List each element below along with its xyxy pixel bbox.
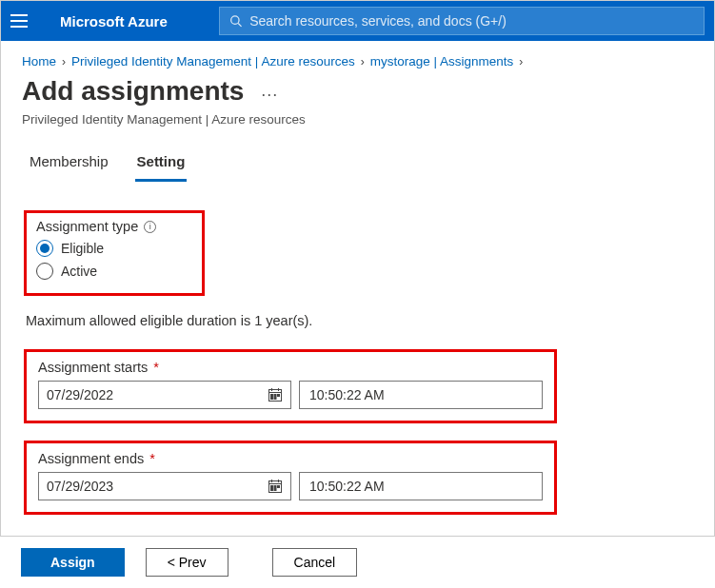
assignment-ends-group: Assignment ends * 07/29/2023 1 <box>24 441 557 515</box>
assignment-type-label: Assignment type <box>36 219 138 234</box>
required-asterisk: * <box>153 360 159 375</box>
more-icon[interactable]: ··· <box>261 85 278 104</box>
prev-button[interactable]: < Prev <box>146 548 228 577</box>
svg-rect-10 <box>274 398 276 400</box>
chevron-right-icon: › <box>519 55 523 69</box>
brand: Microsoft Azure <box>60 13 168 29</box>
radio-active-label: Active <box>61 264 97 279</box>
page-subtitle: Privileged Identity Management | Azure r… <box>1 110 714 138</box>
assign-button[interactable]: Assign <box>21 548 125 577</box>
svg-rect-18 <box>271 489 273 491</box>
search-icon <box>229 14 242 28</box>
page-header: Add assignments ··· <box>1 74 714 110</box>
hamburger-icon[interactable] <box>10 11 30 30</box>
svg-rect-15 <box>271 486 273 488</box>
ends-inputs: 07/29/2023 10:50:22 AM <box>38 472 543 500</box>
radio-eligible[interactable]: Eligible <box>36 240 192 257</box>
svg-rect-8 <box>278 395 280 397</box>
crumb-home[interactable]: Home <box>22 54 56 69</box>
cancel-button[interactable]: Cancel <box>272 548 358 577</box>
calendar-icon <box>268 387 283 402</box>
radio-icon <box>36 240 53 257</box>
page-title: Add assignments <box>22 76 244 107</box>
end-time-input[interactable]: 10:50:22 AM <box>299 472 543 500</box>
svg-rect-19 <box>274 489 276 491</box>
required-asterisk: * <box>149 451 155 466</box>
assignment-starts-group: Assignment starts * 07/29/2022 <box>24 349 557 423</box>
svg-rect-7 <box>274 395 276 397</box>
ends-label: Assignment ends <box>38 451 144 466</box>
assignment-type-label-row: Assignment type i <box>36 219 192 234</box>
end-date-input[interactable]: 07/29/2023 <box>38 472 291 500</box>
start-time-value: 10:50:22 AM <box>309 387 385 402</box>
azure-topbar: Microsoft Azure <box>1 1 714 41</box>
svg-rect-9 <box>271 398 273 400</box>
tab-setting[interactable]: Setting <box>135 147 188 182</box>
radio-active[interactable]: Active <box>36 263 192 280</box>
form-area: Assignment type i Eligible Active Maximu… <box>1 182 714 541</box>
tabs: Membership Setting <box>1 138 714 182</box>
crumb-pim[interactable]: Privileged Identity Management | Azure r… <box>71 54 355 69</box>
tab-membership[interactable]: Membership <box>28 147 110 182</box>
svg-point-0 <box>230 16 238 24</box>
global-search[interactable] <box>219 7 705 35</box>
end-time-value: 10:50:22 AM <box>309 479 385 494</box>
chevron-right-icon: › <box>361 55 365 69</box>
start-date-input[interactable]: 07/29/2022 <box>38 381 291 409</box>
start-date-value: 07/29/2022 <box>47 387 113 402</box>
info-icon[interactable]: i <box>144 221 156 233</box>
end-date-value: 07/29/2023 <box>47 479 113 494</box>
svg-rect-6 <box>271 395 273 397</box>
svg-rect-17 <box>278 486 280 488</box>
calendar-icon <box>268 479 283 494</box>
starts-inputs: 07/29/2022 10:50:22 AM <box>38 381 543 409</box>
svg-line-1 <box>238 24 241 27</box>
footer-bar: Assign < Prev Cancel <box>0 536 715 588</box>
duration-hint: Maximum allowed eligible duration is 1 y… <box>26 313 689 328</box>
ends-label-row: Assignment ends * <box>38 451 543 466</box>
radio-eligible-label: Eligible <box>61 241 104 256</box>
chevron-right-icon: › <box>62 55 66 69</box>
start-time-input[interactable]: 10:50:22 AM <box>299 381 543 409</box>
radio-icon <box>36 263 53 280</box>
starts-label: Assignment starts <box>38 360 148 375</box>
starts-label-row: Assignment starts * <box>38 360 543 375</box>
assignment-type-group: Assignment type i Eligible Active <box>24 210 205 296</box>
svg-rect-16 <box>274 486 276 488</box>
breadcrumb: Home › Privileged Identity Management | … <box>1 41 714 74</box>
search-input[interactable] <box>249 13 694 29</box>
crumb-resource[interactable]: mystorage | Assignments <box>370 54 514 69</box>
